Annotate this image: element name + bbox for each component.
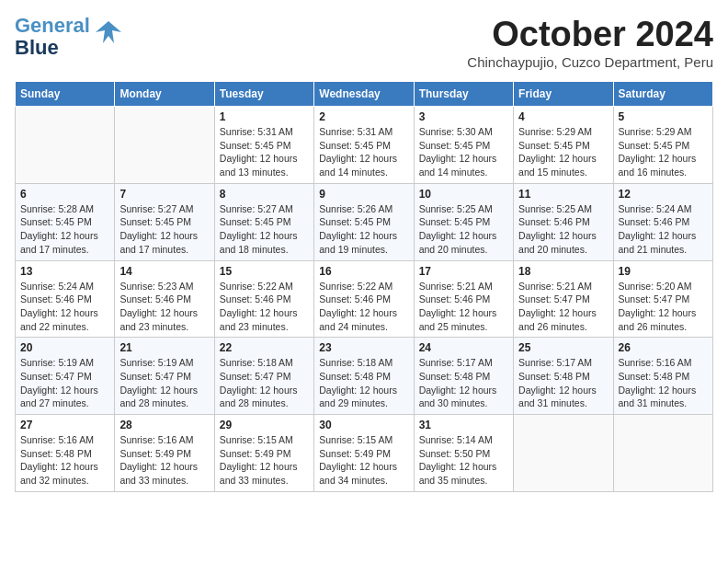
calendar-cell: 1Sunrise: 5:31 AMSunset: 5:45 PMDaylight… bbox=[214, 107, 313, 184]
day-number: 5 bbox=[619, 110, 708, 123]
calendar-cell: 23Sunrise: 5:18 AMSunset: 5:48 PMDayligh… bbox=[314, 338, 414, 415]
day-number: 17 bbox=[419, 265, 508, 278]
cell-sun-info: Sunrise: 5:17 AMSunset: 5:48 PMDaylight:… bbox=[419, 356, 508, 410]
day-number: 8 bbox=[220, 188, 309, 201]
cell-sun-info: Sunrise: 5:26 AMSunset: 5:45 PMDaylight:… bbox=[319, 202, 408, 257]
calendar-cell: 11Sunrise: 5:25 AMSunset: 5:46 PMDayligh… bbox=[514, 183, 613, 260]
day-number: 7 bbox=[119, 188, 209, 201]
day-number: 9 bbox=[319, 188, 408, 201]
calendar-cell: 28Sunrise: 5:16 AMSunset: 5:49 PMDayligh… bbox=[115, 415, 214, 492]
calendar-cell: 26Sunrise: 5:16 AMSunset: 5:48 PMDayligh… bbox=[613, 338, 712, 415]
calendar-cell: 5Sunrise: 5:29 AMSunset: 5:45 PMDaylight… bbox=[613, 107, 712, 184]
day-number: 16 bbox=[319, 265, 408, 278]
day-of-week-header: Tuesday bbox=[214, 82, 313, 107]
cell-sun-info: Sunrise: 5:18 AMSunset: 5:48 PMDaylight:… bbox=[319, 356, 408, 410]
calendar-week-row: 20Sunrise: 5:19 AMSunset: 5:47 PMDayligh… bbox=[16, 338, 713, 415]
day-number: 21 bbox=[119, 341, 209, 354]
day-number: 26 bbox=[619, 341, 708, 354]
cell-sun-info: Sunrise: 5:17 AMSunset: 5:48 PMDaylight:… bbox=[518, 356, 608, 410]
calendar-subtitle: Chinchaypujio, Cuzco Department, Peru bbox=[467, 54, 713, 70]
day-number: 14 bbox=[119, 265, 209, 278]
day-number: 31 bbox=[419, 419, 508, 431]
cell-sun-info: Sunrise: 5:31 AMSunset: 5:45 PMDaylight:… bbox=[220, 125, 309, 179]
cell-sun-info: Sunrise: 5:21 AMSunset: 5:46 PMDaylight:… bbox=[419, 280, 508, 334]
calendar-cell: 9Sunrise: 5:26 AMSunset: 5:45 PMDaylight… bbox=[314, 183, 414, 260]
cell-sun-info: Sunrise: 5:19 AMSunset: 5:47 PMDaylight:… bbox=[119, 356, 209, 410]
cell-sun-info: Sunrise: 5:23 AMSunset: 5:46 PMDaylight:… bbox=[119, 280, 209, 334]
calendar-cell: 16Sunrise: 5:22 AMSunset: 5:46 PMDayligh… bbox=[314, 260, 414, 338]
cell-sun-info: Sunrise: 5:14 AMSunset: 5:50 PMDaylight:… bbox=[419, 433, 508, 488]
day-of-week-header: Thursday bbox=[414, 82, 513, 107]
day-number: 12 bbox=[619, 188, 708, 201]
calendar-cell: 7Sunrise: 5:27 AMSunset: 5:45 PMDaylight… bbox=[115, 183, 214, 260]
calendar-cell: 4Sunrise: 5:29 AMSunset: 5:45 PMDaylight… bbox=[514, 107, 613, 184]
cell-sun-info: Sunrise: 5:19 AMSunset: 5:47 PMDaylight:… bbox=[20, 356, 109, 410]
calendar-cell: 17Sunrise: 5:21 AMSunset: 5:46 PMDayligh… bbox=[414, 260, 513, 338]
calendar-cell: 18Sunrise: 5:21 AMSunset: 5:47 PMDayligh… bbox=[514, 260, 613, 338]
day-number: 15 bbox=[220, 265, 309, 278]
page-header: GeneralBlue October 2024 Chinchaypujio, … bbox=[15, 15, 713, 70]
calendar-cell: 25Sunrise: 5:17 AMSunset: 5:48 PMDayligh… bbox=[514, 338, 613, 415]
calendar-cell: 20Sunrise: 5:19 AMSunset: 5:47 PMDayligh… bbox=[16, 338, 115, 415]
calendar-cell: 27Sunrise: 5:16 AMSunset: 5:48 PMDayligh… bbox=[16, 415, 115, 492]
calendar-cell: 15Sunrise: 5:22 AMSunset: 5:46 PMDayligh… bbox=[214, 260, 313, 338]
calendar-cell: 12Sunrise: 5:24 AMSunset: 5:46 PMDayligh… bbox=[613, 183, 712, 260]
cell-sun-info: Sunrise: 5:25 AMSunset: 5:46 PMDaylight:… bbox=[518, 202, 608, 257]
day-number: 22 bbox=[220, 341, 309, 354]
day-number: 13 bbox=[20, 265, 109, 278]
day-number: 23 bbox=[319, 341, 408, 354]
cell-sun-info: Sunrise: 5:16 AMSunset: 5:48 PMDaylight:… bbox=[619, 356, 708, 410]
calendar-cell: 19Sunrise: 5:20 AMSunset: 5:47 PMDayligh… bbox=[613, 260, 712, 338]
svg-marker-0 bbox=[96, 21, 121, 43]
calendar-title: October 2024 bbox=[467, 15, 713, 54]
day-number: 2 bbox=[319, 110, 408, 123]
cell-sun-info: Sunrise: 5:25 AMSunset: 5:45 PMDaylight:… bbox=[419, 202, 508, 257]
calendar-cell: 3Sunrise: 5:30 AMSunset: 5:45 PMDaylight… bbox=[414, 107, 513, 184]
day-number: 18 bbox=[518, 265, 608, 278]
calendar-week-row: 13Sunrise: 5:24 AMSunset: 5:46 PMDayligh… bbox=[16, 260, 713, 338]
calendar-header-row: SundayMondayTuesdayWednesdayThursdayFrid… bbox=[16, 82, 713, 107]
day-of-week-header: Wednesday bbox=[314, 82, 414, 107]
day-number: 3 bbox=[419, 110, 508, 123]
day-number: 19 bbox=[619, 265, 708, 278]
title-block: October 2024 Chinchaypujio, Cuzco Depart… bbox=[467, 15, 713, 70]
day-of-week-header: Sunday bbox=[16, 82, 115, 107]
calendar-week-row: 1Sunrise: 5:31 AMSunset: 5:45 PMDaylight… bbox=[16, 107, 713, 184]
cell-sun-info: Sunrise: 5:27 AMSunset: 5:45 PMDaylight:… bbox=[119, 202, 209, 257]
calendar-cell: 14Sunrise: 5:23 AMSunset: 5:46 PMDayligh… bbox=[115, 260, 214, 338]
calendar-cell: 13Sunrise: 5:24 AMSunset: 5:46 PMDayligh… bbox=[16, 260, 115, 338]
calendar-cell bbox=[16, 107, 115, 184]
day-number: 20 bbox=[20, 341, 109, 354]
calendar-cell bbox=[613, 415, 712, 492]
calendar-cell bbox=[514, 415, 613, 492]
day-number: 27 bbox=[20, 419, 109, 431]
calendar-cell: 2Sunrise: 5:31 AMSunset: 5:45 PMDaylight… bbox=[314, 107, 414, 184]
cell-sun-info: Sunrise: 5:24 AMSunset: 5:46 PMDaylight:… bbox=[619, 202, 708, 257]
calendar-cell: 31Sunrise: 5:14 AMSunset: 5:50 PMDayligh… bbox=[414, 415, 513, 492]
day-number: 11 bbox=[518, 188, 608, 201]
day-number: 30 bbox=[319, 419, 408, 431]
cell-sun-info: Sunrise: 5:16 AMSunset: 5:48 PMDaylight:… bbox=[20, 433, 109, 488]
calendar-cell: 22Sunrise: 5:18 AMSunset: 5:47 PMDayligh… bbox=[214, 338, 313, 415]
cell-sun-info: Sunrise: 5:31 AMSunset: 5:45 PMDaylight:… bbox=[319, 125, 408, 179]
cell-sun-info: Sunrise: 5:15 AMSunset: 5:49 PMDaylight:… bbox=[220, 433, 309, 488]
day-number: 10 bbox=[419, 188, 508, 201]
day-of-week-header: Saturday bbox=[613, 82, 712, 107]
cell-sun-info: Sunrise: 5:24 AMSunset: 5:46 PMDaylight:… bbox=[20, 280, 109, 334]
logo-bird-icon bbox=[96, 19, 121, 45]
day-number: 25 bbox=[518, 341, 608, 354]
day-number: 1 bbox=[220, 110, 309, 123]
calendar-week-row: 27Sunrise: 5:16 AMSunset: 5:48 PMDayligh… bbox=[16, 415, 713, 492]
calendar-week-row: 6Sunrise: 5:28 AMSunset: 5:45 PMDaylight… bbox=[16, 183, 713, 260]
day-of-week-header: Monday bbox=[115, 82, 214, 107]
cell-sun-info: Sunrise: 5:30 AMSunset: 5:45 PMDaylight:… bbox=[419, 125, 508, 179]
day-number: 6 bbox=[20, 188, 109, 201]
cell-sun-info: Sunrise: 5:16 AMSunset: 5:49 PMDaylight:… bbox=[119, 433, 209, 488]
day-number: 28 bbox=[119, 419, 209, 431]
calendar-cell: 24Sunrise: 5:17 AMSunset: 5:48 PMDayligh… bbox=[414, 338, 513, 415]
logo-text: GeneralBlue bbox=[15, 14, 90, 59]
cell-sun-info: Sunrise: 5:29 AMSunset: 5:45 PMDaylight:… bbox=[619, 125, 708, 179]
cell-sun-info: Sunrise: 5:22 AMSunset: 5:46 PMDaylight:… bbox=[319, 280, 408, 334]
calendar-cell: 8Sunrise: 5:27 AMSunset: 5:45 PMDaylight… bbox=[214, 183, 313, 260]
logo: GeneralBlue bbox=[15, 15, 121, 59]
